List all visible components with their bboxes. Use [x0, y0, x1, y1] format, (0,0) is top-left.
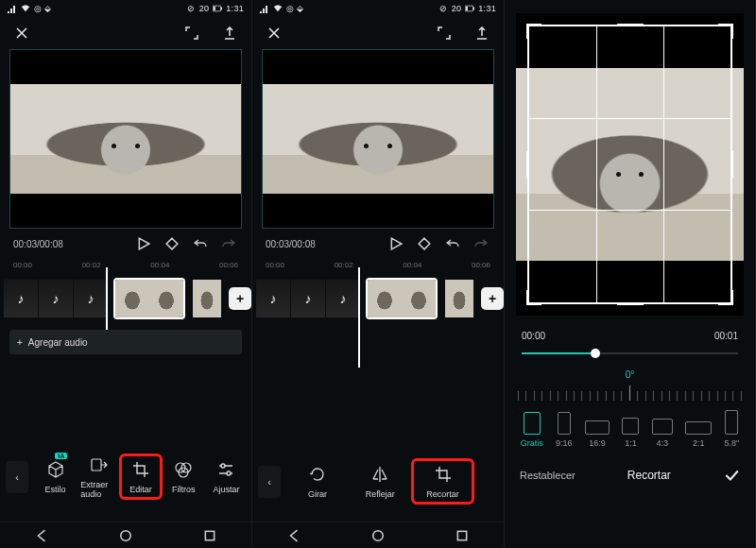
crop-grid[interactable] — [527, 25, 732, 304]
aspect-4-3[interactable]: 4:3 — [652, 419, 673, 448]
nav-home-icon[interactable] — [119, 529, 132, 542]
crop-handle-bl[interactable] — [526, 290, 541, 305]
tool-reflejar[interactable]: Reflejar — [351, 460, 409, 503]
timeline-thumb[interactable]: ♪ — [291, 280, 325, 317]
timeline-thumb[interactable]: ♪ — [256, 280, 290, 317]
tool-recortar[interactable]: Recortar — [413, 460, 472, 503]
redo-icon[interactable] — [219, 234, 238, 253]
tool-extraer-audio[interactable]: Extraer audio — [78, 451, 117, 503]
keyframe-icon[interactable] — [163, 234, 181, 253]
playhead[interactable] — [358, 267, 360, 368]
ruler-tick: 00:04 — [403, 261, 421, 269]
crop-icon — [433, 464, 454, 485]
aspect-9-16[interactable]: 9:16 — [556, 412, 573, 448]
svg-rect-10 — [205, 531, 214, 539]
confirm-icon[interactable] — [723, 467, 740, 484]
tool-ajustar[interactable]: Ajustar — [207, 455, 246, 498]
svg-rect-15 — [457, 531, 466, 539]
tool-estilo[interactable]: IA Estilo — [36, 455, 75, 498]
nav-home-icon[interactable] — [371, 529, 385, 542]
toolbar-back-button[interactable]: ‹ — [258, 466, 281, 498]
aspect-box-icon — [652, 419, 673, 435]
battery-text: 20 — [452, 4, 462, 13]
timeline-thumb[interactable]: ♪ — [74, 280, 108, 317]
fullscreen-icon[interactable] — [181, 23, 202, 43]
aspect-box-icon — [524, 412, 541, 435]
video-preview[interactable] — [9, 49, 242, 229]
aspect-1-1[interactable]: 1:1 — [622, 418, 639, 448]
timeline-thumb[interactable]: ♪ — [39, 280, 73, 317]
aspect-label: 1:1 — [625, 438, 637, 448]
export-icon[interactable] — [472, 23, 492, 43]
crop-handle-bottom[interactable] — [617, 302, 644, 305]
tool-girar[interactable]: Girar — [288, 460, 347, 503]
play-icon[interactable] — [387, 234, 405, 253]
angle-ruler[interactable] — [518, 382, 742, 401]
add-audio-button[interactable]: + Agregar audio — [9, 330, 242, 354]
play-icon[interactable] — [134, 234, 153, 253]
nav-back-icon[interactable] — [35, 529, 48, 542]
timeline-thumb[interactable]: ♪ — [326, 280, 360, 317]
timeline-thumb[interactable] — [445, 280, 473, 317]
aspect-2-1[interactable]: 2:1 — [685, 421, 712, 448]
tool-filtros[interactable]: Filtros — [164, 455, 203, 498]
tool-editar[interactable]: Editar — [121, 455, 160, 498]
aspect-5-8[interactable]: 5.8" — [725, 410, 740, 448]
reset-button[interactable]: Restablecer — [520, 470, 576, 481]
slider-handle[interactable] — [591, 349, 600, 358]
nav-recent-icon[interactable] — [203, 529, 216, 542]
tool-label: Filtros — [172, 485, 196, 494]
crop-handle-br[interactable] — [718, 290, 733, 305]
timeline-selected-clip[interactable]: 1.6s 👤 Persona — [113, 278, 185, 319]
undo-icon[interactable] — [443, 234, 462, 253]
toolbar-back-button[interactable]: ‹ — [6, 461, 28, 493]
crop-handle-tr[interactable] — [718, 24, 733, 39]
signal-icon — [260, 4, 269, 13]
crop-handle-right[interactable] — [730, 151, 733, 178]
ruler-tick: 00:06 — [219, 261, 238, 269]
keyframe-icon[interactable] — [415, 234, 434, 253]
undo-icon[interactable] — [191, 234, 210, 253]
ruler-tick: 00:00 — [266, 261, 284, 269]
video-preview[interactable] — [262, 49, 494, 229]
nav-back-icon[interactable] — [287, 529, 301, 542]
ruler-tick: 00:00 — [13, 261, 32, 269]
svg-point-14 — [373, 530, 384, 540]
wifi-icon — [21, 4, 30, 13]
timeline-thumb[interactable]: ♪ — [4, 280, 38, 317]
crop-handle-left[interactable] — [526, 151, 529, 178]
aspect-gratis[interactable]: Gratis — [521, 412, 543, 448]
timeline-thumb — [149, 280, 183, 317]
close-icon[interactable] — [11, 23, 32, 43]
preview-frame — [263, 84, 493, 195]
timeline[interactable]: ♪ ♪ ♪ 1.6s 👤 Persona + — [0, 275, 251, 322]
crop-time-slider[interactable] — [522, 347, 738, 360]
tool-label: Estilo — [45, 485, 66, 494]
crop-bottom-row: Restablecer Recortar — [505, 454, 755, 497]
aspect-label: 5.8" — [725, 438, 740, 448]
add-clip-button[interactable]: + — [229, 287, 251, 310]
time-current: 00:03 — [13, 239, 37, 249]
crop-handle-tl[interactable] — [526, 24, 541, 39]
ruler-tick: 00:04 — [150, 261, 169, 269]
timeline[interactable]: ♪♪♪ 1.6s + — [252, 275, 504, 360]
screen-editor-edit-submenu: ◎ ⬙ ⊘ 20 1:31 00:03/00:08 00:00 00:02 00… — [252, 0, 505, 548]
playback-row: 00:03/00:08 — [0, 229, 251, 259]
crop-angle: 0° — [505, 366, 755, 382]
playhead[interactable] — [106, 267, 108, 330]
aspect-label: 9:16 — [556, 438, 573, 448]
fullscreen-icon[interactable] — [434, 23, 455, 43]
timeline-selected-clip[interactable]: 1.6s — [366, 278, 438, 319]
aspect-box-icon — [558, 412, 571, 435]
export-icon[interactable] — [219, 23, 240, 43]
tool-label: Editar — [129, 485, 152, 494]
aspect-16-9[interactable]: 16:9 — [585, 420, 610, 448]
redo-icon[interactable] — [472, 234, 490, 253]
nav-recent-icon[interactable] — [455, 529, 469, 542]
add-clip-button[interactable]: + — [481, 287, 504, 310]
close-icon[interactable] — [264, 23, 284, 43]
top-toolbar — [0, 17, 251, 49]
crop-preview[interactable] — [516, 13, 744, 316]
timeline-thumb[interactable] — [193, 280, 221, 317]
crop-handle-top[interactable] — [617, 24, 644, 26]
